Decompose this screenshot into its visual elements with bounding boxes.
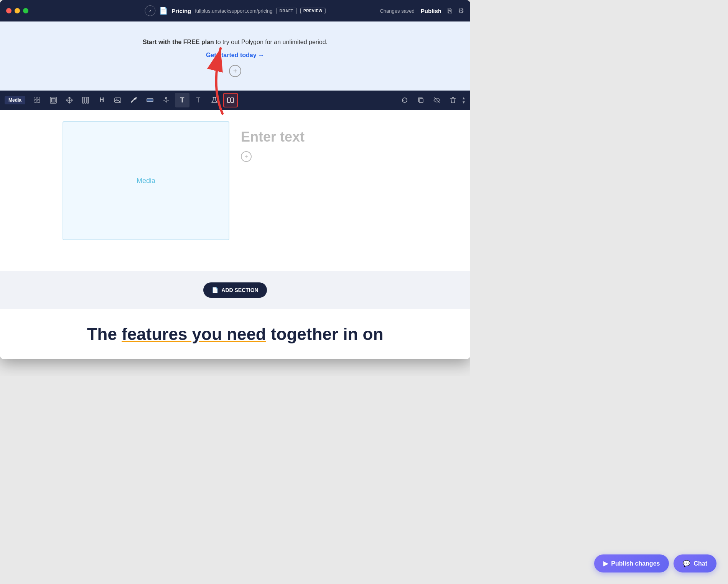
move-tool-button[interactable] xyxy=(62,93,77,107)
add-section-button[interactable]: 📄 ADD SECTION xyxy=(203,282,267,298)
heading-tool-button[interactable]: H xyxy=(94,93,109,107)
add-section-label: ADD SECTION xyxy=(221,287,258,293)
columns-tool-button[interactable] xyxy=(78,93,93,107)
toolbar-right: ▲ ▼ xyxy=(397,93,466,107)
editor-area: Media Enter text + xyxy=(0,110,470,271)
publish-button[interactable]: Publish xyxy=(421,8,441,14)
heading-part1: The xyxy=(87,325,122,343)
bottom-heading: The features you need together in on xyxy=(15,325,455,344)
media-placeholder[interactable]: Media xyxy=(63,121,229,240)
delete-tool-button[interactable] xyxy=(446,93,460,107)
text-light-tool-button[interactable]: T xyxy=(191,93,206,107)
add-block-button-top[interactable]: + xyxy=(229,65,241,77)
titlebar: ‹ 📄 Pricing fullplus.unstacksupport.com/… xyxy=(0,0,470,21)
svg-rect-1 xyxy=(37,97,40,99)
svg-rect-2 xyxy=(34,100,36,102)
toolbar-divider xyxy=(241,96,241,105)
bottom-section: The features you need together in on xyxy=(0,309,470,359)
duplicate-tool-button[interactable] xyxy=(413,93,428,107)
titlebar-center: ‹ 📄 Pricing fullplus.unstacksupport.com/… xyxy=(145,5,325,16)
app-window: ‹ 📄 Pricing fullplus.unstacksupport.com/… xyxy=(0,0,470,359)
svg-rect-6 xyxy=(82,97,84,103)
scroll-arrows[interactable]: ▲ ▼ xyxy=(462,96,466,104)
svg-rect-15 xyxy=(227,98,230,102)
top-section: Start with the FREE plan to try out Poly… xyxy=(0,21,470,91)
svg-rect-16 xyxy=(231,98,234,102)
draft-badge[interactable]: DRAFT xyxy=(277,8,296,14)
editor-main: Media Enter text + xyxy=(0,110,470,271)
maximize-button[interactable] xyxy=(23,8,28,13)
get-started-link[interactable]: Get started today → xyxy=(206,52,264,59)
minimize-button[interactable] xyxy=(15,8,20,13)
text-dark-tool-button[interactable]: T xyxy=(175,93,189,107)
add-block-button-text[interactable]: + xyxy=(241,151,252,162)
paint-tool-button[interactable] xyxy=(127,93,141,107)
text-placeholder[interactable]: Enter text xyxy=(241,121,408,145)
back-button[interactable]: ‹ xyxy=(145,5,155,16)
select-tool-button[interactable] xyxy=(30,93,44,107)
svg-rect-8 xyxy=(87,97,89,103)
svg-rect-0 xyxy=(34,97,36,99)
media-label: Media xyxy=(137,177,155,185)
lab-tool-button[interactable] xyxy=(207,93,222,107)
free-plan-text: Start with the FREE plan to try out Poly… xyxy=(143,39,328,46)
svg-point-11 xyxy=(135,97,137,99)
svg-rect-5 xyxy=(51,98,55,102)
image-tool-button[interactable] xyxy=(110,93,125,107)
layout-tool-button[interactable] xyxy=(223,93,238,107)
crop-tool-button[interactable] xyxy=(46,93,61,107)
anchor-tool-button[interactable] xyxy=(159,93,173,107)
banner-tool-button[interactable] xyxy=(143,93,157,107)
media-text-grid: Media Enter text + xyxy=(63,121,408,240)
changes-saved-label: Changes saved xyxy=(380,8,414,14)
titlebar-right: Changes saved Publish ⎘ ⚙ xyxy=(380,7,464,15)
refresh-tool-button[interactable] xyxy=(397,93,412,107)
page-url: fullplus.unstacksupport.com/pricing xyxy=(195,8,272,14)
add-section-area: 📄 ADD SECTION xyxy=(0,271,470,309)
text-area: Enter text + xyxy=(241,121,408,162)
toolbar-section-label: Media xyxy=(5,96,25,104)
settings-icon[interactable]: ⚙ xyxy=(458,7,464,15)
heading-highlight: features you need xyxy=(122,325,266,343)
page-name: Pricing xyxy=(171,8,191,14)
traffic-lights xyxy=(6,8,28,13)
svg-rect-7 xyxy=(85,97,86,103)
hide-tool-button[interactable] xyxy=(430,93,444,107)
add-section-icon: 📄 xyxy=(212,287,218,293)
svg-rect-12 xyxy=(147,99,153,102)
preview-badge[interactable]: PREVIEW xyxy=(300,8,326,14)
page-icon: 📄 xyxy=(159,7,168,15)
close-button[interactable] xyxy=(6,8,12,13)
svg-rect-3 xyxy=(37,100,40,102)
svg-rect-17 xyxy=(419,99,423,102)
copy-icon[interactable]: ⎘ xyxy=(448,7,452,15)
editor-toolbar: Media H T T xyxy=(0,91,470,110)
heading-part2: together in on xyxy=(266,325,384,343)
